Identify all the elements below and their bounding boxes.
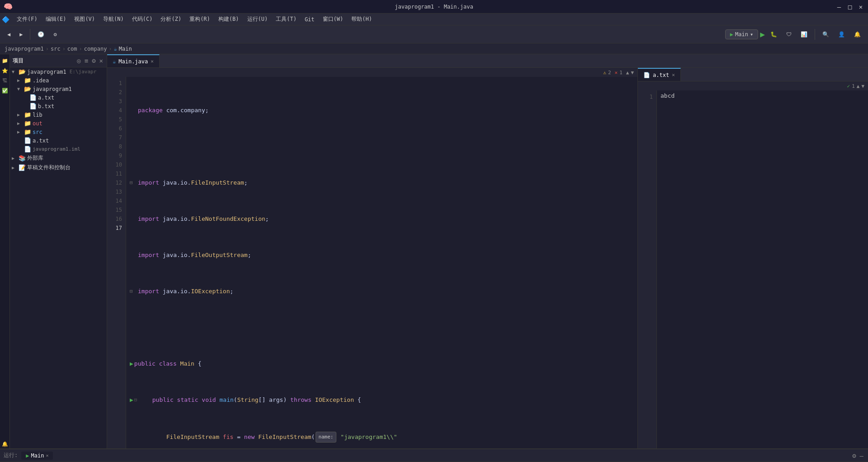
user-icon[interactable]: 👤 xyxy=(835,29,849,39)
menu-analyze[interactable]: 分析(Z) xyxy=(157,14,185,24)
menu-help[interactable]: 帮助(H) xyxy=(348,14,376,24)
run-panel-minimize[interactable]: — xyxy=(859,451,864,460)
breadcrumb-main[interactable]: Main xyxy=(119,46,132,52)
right-editor-tabs: 📄 a.txt ✕ xyxy=(638,68,868,81)
close-button[interactable]: ✕ xyxy=(857,3,864,10)
coverage-button[interactable]: 🛡 xyxy=(783,29,795,39)
tab-atxt-close[interactable]: ✕ xyxy=(672,72,675,78)
title-bar-center: javaprogram1 - Main.java xyxy=(395,4,473,10)
profile-button[interactable]: 📊 xyxy=(797,29,811,39)
project-sidebar: 项目 ◎ ≡ ⚙ ✕ ▼ 📂 javaprogram1 E:\javapr ▶ … xyxy=(10,54,107,448)
tree-item-btxt[interactable]: 📄 b.txt xyxy=(10,102,107,110)
code-line-6[interactable]: ⊟ import java.io.IOException; xyxy=(130,287,634,296)
run-tab-label: Main xyxy=(31,452,44,459)
tree-item-scratches[interactable]: ▶ 📝 草稿文件和控制台 xyxy=(10,163,107,172)
run-gutter-9[interactable]: ▶ xyxy=(130,395,133,405)
title-bar-right: — □ ✕ xyxy=(835,3,864,10)
tree-item-root[interactable]: ▼ 📂 javaprogram1 E:\javapr xyxy=(10,67,107,76)
maximize-button[interactable]: □ xyxy=(846,3,854,10)
code-line-4[interactable]: import java.io.FileNotFoundException; xyxy=(130,214,634,224)
breadcrumb-com[interactable]: com xyxy=(67,46,77,52)
menu-window[interactable]: 窗口(W) xyxy=(319,14,347,24)
run-tab-close[interactable]: ✕ xyxy=(46,453,48,458)
notification-icon[interactable]: 🔔 xyxy=(850,29,864,39)
tab-run-main[interactable]: ▶ Main ✕ xyxy=(21,452,53,460)
right-editor: 📄 a.txt ✕ ✓ 1 ▲ ▼ 1 abcd xyxy=(637,68,868,448)
window-title: javaprogram1 - Main.java xyxy=(395,4,473,10)
app-logo: 🧠 xyxy=(4,2,13,11)
menu-build[interactable]: 构建(B) xyxy=(215,14,243,24)
run-config-name: Main xyxy=(735,31,748,38)
tree-item-atxt2[interactable]: 📄 a.txt xyxy=(10,136,107,145)
tree-item-idea[interactable]: ▶ 📁 .idea xyxy=(10,76,107,85)
code-line-5[interactable]: import java.io.FileOutputStream; xyxy=(130,251,634,260)
toolbar-recentfiles[interactable]: 🕐 xyxy=(34,29,48,39)
todo-icon[interactable]: ✅ xyxy=(0,86,9,95)
code-line-2[interactable] xyxy=(130,142,634,151)
menu-git[interactable]: Git xyxy=(301,15,318,24)
menu-run[interactable]: 运行(U) xyxy=(244,14,272,24)
menu-tools[interactable]: 工具(T) xyxy=(272,14,300,24)
tab-main-close[interactable]: ✕ xyxy=(151,58,154,64)
code-line-8[interactable]: ▶ public class Main { xyxy=(130,359,634,368)
code-line-1[interactable]: package com.company; xyxy=(130,106,634,115)
sidebar-toolbar: 项目 ◎ ≡ ⚙ ✕ xyxy=(10,54,107,67)
editors-split: ⚠ 2 ✕ 1 ▲ ▼ 1 2 3 4 5 6 7 xyxy=(107,68,868,448)
code-lines[interactable]: package com.company; ⊟ import java.io.Fi… xyxy=(126,77,637,448)
sidebar-locate-icon[interactable]: ◎ xyxy=(76,56,81,65)
project-view-icon[interactable]: 📁 xyxy=(0,56,9,65)
run-panel-gear[interactable]: ⚙ xyxy=(851,451,857,460)
run-gutter-8[interactable]: ▶ xyxy=(130,359,133,368)
toolbar-forward[interactable]: ▶ xyxy=(16,29,26,39)
right-content[interactable]: abcd xyxy=(657,90,868,448)
sidebar-title: 项目 xyxy=(13,57,24,65)
menu-view[interactable]: 视图(V) xyxy=(71,14,99,24)
breadcrumb-src[interactable]: src xyxy=(51,46,61,52)
code-line-9[interactable]: ▶ ⊟ public static void main(String[] arg… xyxy=(130,395,634,405)
code-line-7[interactable] xyxy=(130,323,634,332)
code-editor[interactable]: ⚠ 2 ✕ 1 ▲ ▼ 1 2 3 4 5 6 7 xyxy=(107,68,637,448)
notifications-icon[interactable]: 🔔 xyxy=(0,439,9,448)
breadcrumb: javaprogram1 › src › com › company › ☕ M… xyxy=(0,43,868,54)
nav-down[interactable]: ▼ xyxy=(631,70,634,76)
menu-edit[interactable]: 编辑(E) xyxy=(42,14,70,24)
toolbar: ◀ ▶ 🕐 ⚙ ▶ Main ▾ ▶ 🐛 🛡 📊 🔍 👤 🔔 xyxy=(0,25,868,43)
menu-file[interactable]: 文件(F) xyxy=(13,14,41,24)
run-config-icon: ▶ xyxy=(730,31,733,38)
breadcrumb-company[interactable]: company xyxy=(84,46,107,52)
menu-code[interactable]: 代码(C) xyxy=(128,14,156,24)
menu-navigate[interactable]: 导航(N) xyxy=(99,14,127,24)
right-line-numbers: 1 xyxy=(638,90,657,448)
code-line-10[interactable]: FileInputStream fis = new FileInputStrea… xyxy=(130,432,634,443)
tree-item-iml[interactable]: 📄 javaprogram1.iml xyxy=(10,145,107,153)
structure-icon[interactable]: 🏗 xyxy=(0,76,9,85)
favorites-icon[interactable]: ⭐ xyxy=(0,66,9,75)
tab-atxt[interactable]: 📄 a.txt ✕ xyxy=(638,68,681,81)
tree-item-external-libs[interactable]: ▶ 📚 外部库 xyxy=(10,153,107,163)
left-icon-strip: 📁 ⭐ 🏗 ✅ 🔔 xyxy=(0,54,10,448)
menu-refactor[interactable]: 重构(R) xyxy=(186,14,214,24)
sidebar-collapse-icon[interactable]: ≡ xyxy=(84,56,89,65)
sidebar-close-icon[interactable]: ✕ xyxy=(99,56,104,65)
tab-main-java[interactable]: ☕ Main.java ✕ xyxy=(107,54,160,67)
debug-button[interactable]: 🐛 xyxy=(767,29,781,39)
tree-item-javaprogram1[interactable]: ▼ 📂 javaprogram1 xyxy=(10,85,107,93)
warn-count: 2 xyxy=(608,70,611,76)
search-everywhere[interactable]: 🔍 xyxy=(819,29,833,39)
tree-item-out[interactable]: ▶ 📁 out xyxy=(10,119,107,128)
right-nav-down[interactable]: ▼ xyxy=(861,83,864,89)
breadcrumb-project[interactable]: javaprogram1 xyxy=(5,46,44,52)
sidebar-more-icon[interactable]: ⚙ xyxy=(91,56,96,65)
code-line-3[interactable]: ⊟ import java.io.FileInputStream; xyxy=(130,178,634,187)
run-config-selector[interactable]: ▶ Main ▾ xyxy=(725,29,758,39)
minimize-button[interactable]: — xyxy=(835,3,843,10)
tree-item-src[interactable]: ▶ 📁 src xyxy=(10,128,107,136)
toolbar-back[interactable]: ◀ xyxy=(4,29,14,39)
right-nav-up[interactable]: ▲ xyxy=(857,83,860,89)
tree-item-lib[interactable]: ▶ 📁 lib xyxy=(10,110,107,119)
toolbar-settings[interactable]: ⚙ xyxy=(50,29,60,39)
tree-item-atxt[interactable]: 📄 a.txt xyxy=(10,93,107,102)
nav-up[interactable]: ▲ xyxy=(626,70,629,76)
run-button[interactable]: ▶ xyxy=(760,29,765,39)
right-editor-top-bar: ✓ 1 ▲ ▼ xyxy=(638,81,868,90)
